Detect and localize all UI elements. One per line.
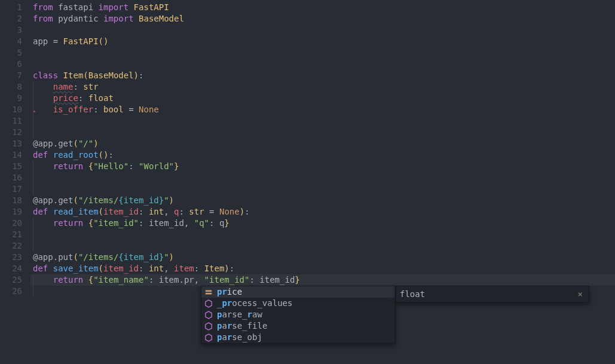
autocomplete-item-label: price (217, 286, 242, 298)
line-number: 9 (0, 93, 22, 104)
line-number: 5 (0, 47, 22, 59)
line-number: 17 (0, 183, 22, 195)
autocomplete-item[interactable]: price (201, 286, 395, 298)
line-number: 7 (0, 70, 22, 81)
code-line[interactable]: class Item(BaseModel): (33, 70, 615, 81)
line-number: 4 (0, 36, 22, 47)
autocomplete-item[interactable]: _process_values (201, 298, 395, 309)
code-line[interactable]: app = FastAPI() (33, 36, 615, 47)
line-number: 18 (0, 195, 22, 206)
autocomplete-item[interactable]: parse_raw (201, 309, 395, 320)
line-number: 22 (0, 240, 22, 252)
line-number: 3 (0, 25, 22, 36)
method-icon (204, 299, 213, 308)
autocomplete-item[interactable]: parse_obj (201, 332, 395, 343)
close-icon[interactable]: × (576, 289, 585, 300)
line-number: 2 (0, 13, 22, 25)
line-number: 10 (0, 104, 22, 115)
method-icon (204, 310, 213, 320)
line-number: 23 (0, 252, 22, 263)
code-line[interactable]: @app.get("/items/{item_id}") (33, 195, 615, 206)
line-number: 21 (0, 229, 22, 240)
svg-rect-0 (206, 290, 212, 292)
code-line[interactable]: @app.put("/items/{item_id}") (33, 252, 615, 263)
line-number: 6 (0, 59, 22, 70)
code-line[interactable] (33, 183, 615, 195)
svg-rect-1 (206, 292, 212, 294)
line-number-gutter: 1234567891011121314151617181920212223242… (0, 0, 33, 297)
autocomplete-item-label: _process_values (217, 298, 292, 309)
method-icon (204, 333, 213, 342)
autocomplete-popup[interactable]: price_process_valuesparse_rawparse_filep… (201, 286, 396, 344)
code-line[interactable] (33, 172, 615, 183)
code-line[interactable]: return {"Hello": "World"} (33, 161, 615, 172)
code-line[interactable] (33, 25, 615, 36)
code-line[interactable] (33, 240, 615, 252)
code-line[interactable] (33, 59, 615, 70)
code-editor: 1234567891011121314151617181920212223242… (0, 0, 615, 297)
code-line[interactable]: from pydantic import BaseModel (33, 13, 615, 25)
code-line[interactable] (33, 115, 615, 127)
code-line[interactable]: price: float (33, 93, 615, 104)
line-number: 14 (0, 149, 22, 161)
line-number: 13 (0, 138, 22, 149)
autocomplete-item-label: parse_raw (217, 309, 262, 320)
code-line[interactable]: def read_item(item_id: int, q: str = Non… (33, 206, 615, 218)
line-number: 1 (0, 2, 22, 13)
code-line[interactable]: return {"item_id": item_id, "q": q} (33, 218, 615, 229)
autocomplete-item-label: parse_file (217, 320, 267, 332)
code-area[interactable]: from fastapi import FastAPIfrom pydantic… (33, 0, 615, 297)
line-number: 8 (0, 81, 22, 93)
code-line[interactable]: from fastapi import FastAPI (33, 2, 615, 13)
autocomplete-doc-popup: float × (396, 286, 589, 302)
line-number: 20 (0, 218, 22, 229)
line-number: 12 (0, 127, 22, 138)
line-number: 15 (0, 161, 22, 172)
line-number: 16 (0, 172, 22, 183)
code-line[interactable]: def read_root(): (33, 149, 615, 161)
autocomplete-item[interactable]: parse_file (201, 320, 395, 332)
method-icon (204, 322, 213, 331)
code-line[interactable]: def save_item(item_id: int, item: Item): (33, 263, 615, 274)
code-line[interactable]: is_offer: bool = None˄ (33, 104, 615, 115)
line-number: 24 (0, 263, 22, 274)
code-line[interactable] (33, 127, 615, 138)
code-line[interactable] (33, 47, 615, 59)
line-number: 25 (0, 274, 22, 286)
code-line[interactable]: name: str (33, 81, 615, 93)
code-line[interactable] (33, 229, 615, 240)
line-number: 26 (0, 286, 22, 297)
code-line[interactable]: return {"item_name": item.pr, "item_id":… (30, 274, 615, 286)
line-number: 19 (0, 206, 22, 218)
code-line[interactable]: @app.get("/") (33, 138, 615, 149)
field-icon (204, 287, 213, 297)
autocomplete-item-label: parse_obj (217, 332, 262, 343)
line-number: 11 (0, 115, 22, 127)
autocomplete-doc-text: float (400, 289, 425, 300)
